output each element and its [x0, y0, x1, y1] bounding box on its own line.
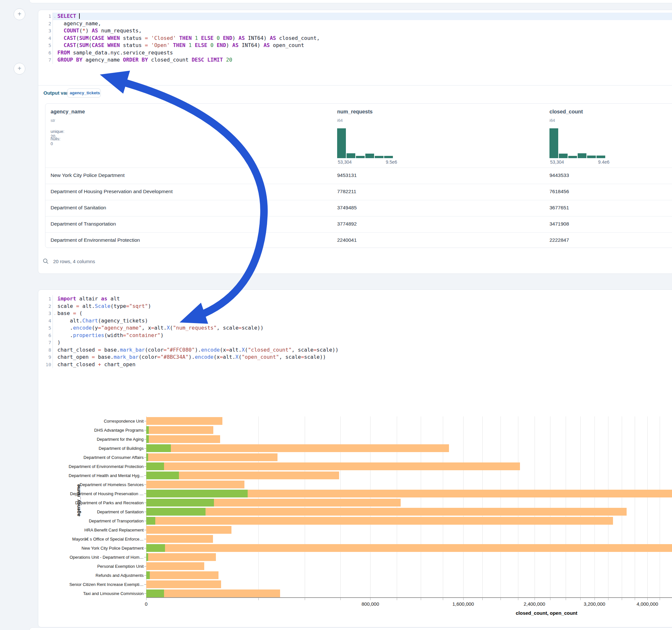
bar-open[interactable] [146, 453, 148, 461]
x-axis-tick [340, 598, 341, 600]
bar-open[interactable] [146, 490, 248, 498]
bar-closed[interactable] [146, 417, 222, 425]
bar-closed[interactable] [146, 508, 627, 516]
y-axis-tick [144, 493, 146, 494]
bar-closed[interactable] [146, 562, 204, 570]
python-line[interactable]: 10chart_closed + chart_open [38, 361, 672, 368]
sql-line[interactable]: 7GROUP BY agency_name ORDER BY closed_co… [38, 56, 672, 64]
python-line[interactable]: 3⌄base = ( [38, 310, 672, 317]
line-number: 5 [38, 324, 52, 332]
bar-open[interactable] [146, 444, 171, 452]
x-axis-tick-label: 0 [127, 601, 166, 607]
gridline [340, 416, 341, 598]
bar-closed[interactable] [146, 453, 278, 461]
bar-open[interactable] [146, 471, 179, 479]
add-cell-button-top[interactable]: + [14, 8, 25, 20]
python-line[interactable]: 4 alt.Chart(agency_tickets) [38, 317, 672, 325]
y-axis-label: DHS Advantage Programs [37, 428, 144, 433]
x-axis-line [146, 597, 672, 598]
bar-closed[interactable] [146, 444, 449, 452]
bar-closed[interactable] [146, 517, 613, 525]
fold-chevron-icon[interactable]: ⌄ [54, 310, 56, 318]
python-line[interactable]: 2scale = alt.Scale(type="sqrt") [38, 303, 672, 310]
line-number: 1 [38, 295, 52, 303]
y-axis-label: Personal Exemption Unit [37, 564, 144, 569]
gridline [635, 416, 635, 598]
x-axis-tick [397, 598, 397, 600]
bar-open[interactable] [146, 499, 214, 507]
sql-line[interactable]: 5 CAST(SUM(CASE WHEN status = 'Open' THE… [38, 42, 672, 49]
bar-open[interactable] [146, 462, 164, 470]
bar-closed[interactable] [146, 571, 218, 579]
y-axis-label: Senior Citizen Rent Increase Exempti… [37, 582, 144, 587]
table-row[interactable]: Department of Housing Preservation and D… [45, 184, 672, 200]
y-axis-label: Taxi and Limousine Commission [37, 591, 144, 596]
column-stat: nulls: 0 [51, 137, 60, 146]
y-axis-label: Department of Housing Preservation … [37, 491, 144, 496]
table-row[interactable]: New York City Police Department945313194… [45, 168, 672, 184]
python-line[interactable]: 9chart_open = base.mark_bar(color="#8BC3… [38, 354, 672, 361]
bar-open[interactable] [146, 553, 148, 561]
previous-cell-edge [29, 0, 672, 3]
bar-open[interactable] [146, 544, 165, 552]
table-row[interactable]: Department of Sanitation37494853677651 [45, 200, 672, 216]
add-cell-button-middle[interactable]: + [14, 63, 25, 75]
y-axis-tick [144, 421, 146, 421]
y-axis-label: Operations Unit - Department of Hom… [37, 555, 144, 560]
search-icon[interactable] [43, 258, 49, 264]
sql-line[interactable]: 1⌄SELECT [38, 13, 672, 20]
bar-closed[interactable] [146, 481, 244, 488]
output-variable-pill[interactable]: agency_tickets [67, 89, 101, 98]
sql-code-editor[interactable]: 1⌄SELECT 2 agency_name,3 COUNT(*) AS num… [38, 13, 672, 64]
bar-closed[interactable] [146, 553, 216, 561]
bar-open[interactable] [146, 517, 155, 525]
python-line[interactable]: 8chart_closed = base.mark_bar(color="#FF… [38, 346, 672, 354]
bar-open[interactable] [146, 589, 164, 597]
table-row[interactable]: Department of Transportation377489234719… [45, 216, 672, 232]
fold-chevron-icon[interactable]: ⌄ [54, 13, 56, 20]
gridline [305, 416, 305, 598]
sql-line[interactable]: 6FROM sample_data.nyc.service_requests [38, 49, 672, 57]
bar-closed[interactable] [146, 589, 280, 597]
bar-closed[interactable] [146, 544, 672, 552]
x-axis-tick-label: 3,200,000 [575, 601, 614, 607]
line-number: 4 [38, 317, 52, 325]
sql-line[interactable]: 2 agency_name, [38, 20, 672, 28]
y-axis-label: Department of Sanitation [37, 509, 144, 514]
y-axis-label: Correspondence Unit [37, 419, 144, 423]
python-line[interactable]: 5 .encode(y="agency_name", x=alt.X("num_… [38, 324, 672, 332]
bar-open[interactable] [146, 571, 150, 579]
result-table-footer: 20 rows, 4 columns [43, 255, 95, 268]
bar-open[interactable] [146, 435, 149, 443]
line-number: 7 [38, 339, 52, 346]
x-axis-tick [518, 598, 518, 600]
x-axis-tick [463, 598, 463, 600]
bar-open[interactable] [146, 508, 206, 516]
x-axis-tick-label: 2,400,000 [515, 601, 554, 607]
column-histogram [337, 128, 393, 158]
y-axis-tick [144, 439, 146, 439]
bar-closed[interactable] [146, 526, 232, 534]
bar-closed[interactable] [146, 580, 221, 588]
sql-line[interactable]: 3 COUNT(*) AS num_requests, [38, 27, 672, 35]
x-axis-tick-label: 4,000,000 [628, 601, 667, 607]
bar-closed[interactable] [146, 462, 520, 470]
x-axis-tick [421, 598, 421, 600]
y-axis-tick [144, 548, 146, 548]
gridline [660, 416, 660, 598]
bar-open[interactable] [146, 426, 149, 434]
y-axis-label: Department of Homeless Services [37, 482, 144, 487]
line-number: 9 [38, 354, 52, 361]
python-line[interactable]: 1import altair as alt [38, 295, 672, 303]
bar-closed[interactable] [146, 435, 220, 443]
python-line[interactable]: 7) [38, 339, 672, 346]
sql-line[interactable]: 4 CAST(SUM(CASE WHEN status = 'Closed' T… [38, 35, 672, 42]
result-table-header: agency_namestrunique: 20nulls: 0num_requ… [45, 104, 672, 168]
bar-closed[interactable] [146, 535, 213, 543]
x-axis-tick [647, 598, 648, 600]
python-cell-card: 1import altair as alt2scale = alt.Scale(… [38, 289, 672, 627]
bar-closed[interactable] [146, 426, 213, 434]
table-row[interactable]: Department of Environmental Protection22… [45, 232, 672, 248]
python-line[interactable]: 6 .properties(width="container") [38, 332, 672, 339]
python-code-editor[interactable]: 1import altair as alt2scale = alt.Scale(… [38, 295, 672, 368]
